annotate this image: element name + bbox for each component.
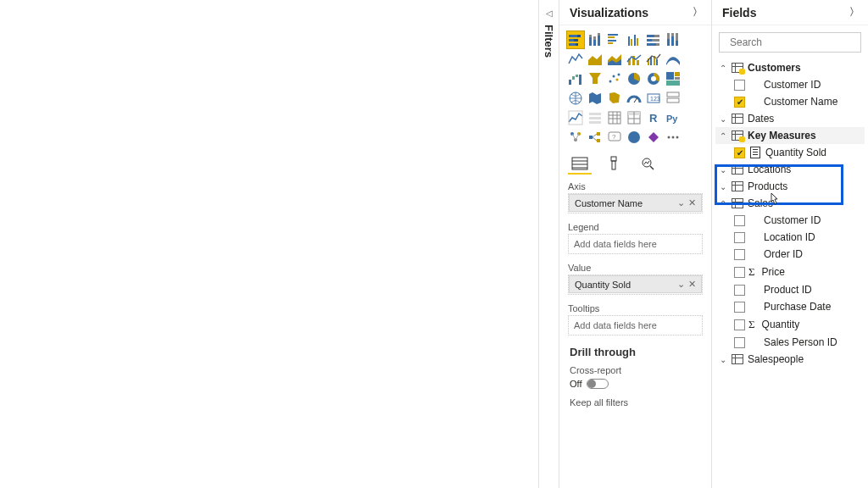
- axis-well[interactable]: Customer Name ⌄✕: [568, 193, 703, 214]
- collapse-viz-pane-icon[interactable]: 〉: [693, 5, 703, 19]
- gauge-chart-icon[interactable]: [625, 89, 643, 108]
- slicer-icon[interactable]: [586, 108, 604, 127]
- table-products[interactable]: ⌄ Products: [715, 178, 865, 195]
- line-chart-icon[interactable]: [566, 50, 585, 69]
- cross-report-toggle[interactable]: [587, 379, 609, 389]
- field-order-id[interactable]: Order ID: [715, 246, 865, 263]
- svg-marker-46: [589, 73, 601, 84]
- more-visuals-icon[interactable]: [664, 128, 682, 147]
- checkbox-checked[interactable]: ✔: [734, 97, 745, 108]
- powerapps-visual-icon[interactable]: [644, 128, 663, 147]
- checkbox[interactable]: [734, 249, 745, 260]
- stacked-area-chart-icon[interactable]: [605, 50, 624, 69]
- line-clustered-column-icon[interactable]: [644, 50, 663, 69]
- caret-down-icon[interactable]: ⌄: [719, 182, 727, 191]
- checkbox[interactable]: [734, 319, 745, 330]
- kpi-icon[interactable]: [566, 108, 585, 127]
- card-icon[interactable]: 123: [644, 89, 663, 108]
- analytics-tab-icon[interactable]: [636, 154, 659, 175]
- table-visual-icon[interactable]: [605, 108, 624, 127]
- stacked-column-chart-icon[interactable]: [586, 30, 604, 49]
- field-product-id[interactable]: Product ID: [715, 281, 865, 298]
- checkbox[interactable]: [734, 302, 745, 313]
- treemap-chart-icon[interactable]: [664, 69, 682, 88]
- field-location-id[interactable]: Location ID: [715, 229, 865, 246]
- checkbox-checked[interactable]: ✔: [734, 147, 745, 158]
- shape-map-icon[interactable]: [605, 89, 624, 108]
- pie-chart-icon[interactable]: [625, 69, 643, 88]
- area-chart-icon[interactable]: [586, 50, 604, 69]
- waterfall-chart-icon[interactable]: [566, 69, 585, 88]
- format-tab-icon[interactable]: [602, 154, 626, 175]
- stacked-bar-100-icon[interactable]: [644, 30, 663, 49]
- donut-chart-icon[interactable]: [644, 69, 663, 88]
- chevron-down-icon[interactable]: ⌄: [677, 279, 685, 290]
- value-well-item[interactable]: Quantity Sold ⌄✕: [569, 275, 702, 293]
- table-dates[interactable]: ⌄ Dates: [715, 110, 865, 127]
- svg-text:123: 123: [650, 96, 660, 102]
- table-locations[interactable]: ⌄ Locations: [715, 161, 865, 178]
- field-purchase-date[interactable]: Purchase Date: [715, 298, 865, 315]
- table-salespeople[interactable]: ⌄ Salespeople: [715, 351, 865, 368]
- remove-icon[interactable]: ✕: [688, 279, 696, 290]
- caret-up-icon[interactable]: ⌃: [719, 199, 727, 208]
- checkbox[interactable]: [734, 232, 745, 243]
- stacked-bar-chart-icon[interactable]: [566, 30, 585, 49]
- checkbox[interactable]: [734, 80, 745, 91]
- caret-down-icon[interactable]: ⌄: [719, 114, 727, 124]
- fields-search[interactable]: [719, 32, 861, 53]
- caret-up-icon[interactable]: ⌃: [719, 131, 727, 141]
- filled-map-icon[interactable]: [586, 89, 604, 108]
- table-sales[interactable]: ⌃ Sales: [715, 195, 865, 212]
- field-customer-name[interactable]: ✔ Customer Name: [715, 93, 865, 110]
- svg-rect-86: [597, 139, 600, 142]
- funnel-chart-icon[interactable]: [586, 69, 604, 88]
- chevron-down-icon[interactable]: ⌄: [677, 197, 685, 208]
- r-visual-icon[interactable]: R: [644, 108, 663, 127]
- clustered-bar-chart-icon[interactable]: [605, 30, 624, 49]
- table-key-measures[interactable]: ⌃ Key Measures: [715, 127, 865, 144]
- report-canvas[interactable]: [0, 0, 539, 488]
- field-sales-person-id[interactable]: Sales Person ID: [715, 334, 865, 351]
- multi-row-card-icon[interactable]: [664, 89, 682, 108]
- value-well[interactable]: Quantity Sold ⌄✕: [568, 274, 703, 295]
- caret-up-icon[interactable]: ⌃: [719, 64, 727, 73]
- field-quantity-sold[interactable]: ✔ Quantity Sold ⋯: [715, 144, 865, 161]
- expand-filters-icon[interactable]: ◁: [546, 8, 553, 18]
- map-icon[interactable]: [566, 89, 585, 108]
- field-quantity[interactable]: ΣQuantity: [715, 315, 865, 334]
- tooltips-well[interactable]: Add data fields here: [568, 315, 703, 336]
- svg-line-83: [576, 134, 579, 140]
- caret-down-icon[interactable]: ⌄: [719, 165, 727, 175]
- ribbon-chart-icon[interactable]: [664, 50, 682, 69]
- decomposition-tree-icon[interactable]: [586, 128, 604, 147]
- axis-well-item[interactable]: Customer Name ⌄✕: [569, 194, 702, 212]
- legend-well[interactable]: Add data fields here: [568, 234, 703, 254]
- field-sales-customer-id[interactable]: Customer ID: [715, 212, 865, 229]
- field-customer-id[interactable]: Customer ID: [715, 76, 865, 93]
- arcgis-map-icon[interactable]: [625, 128, 643, 147]
- python-visual-icon[interactable]: Py: [664, 108, 682, 127]
- line-stacked-column-icon[interactable]: [625, 50, 643, 69]
- svg-rect-3: [574, 39, 578, 42]
- key-influencers-icon[interactable]: [566, 128, 585, 147]
- matrix-visual-icon[interactable]: [625, 108, 643, 127]
- scatter-chart-icon[interactable]: [605, 69, 624, 88]
- checkbox[interactable]: [734, 285, 745, 296]
- clustered-column-chart-icon[interactable]: [625, 30, 643, 49]
- checkbox[interactable]: [734, 337, 745, 348]
- table-icon: [731, 62, 744, 74]
- checkbox[interactable]: [734, 267, 745, 278]
- stacked-column-100-icon[interactable]: [664, 30, 682, 49]
- remove-icon[interactable]: ✕: [688, 197, 696, 208]
- search-input[interactable]: [730, 36, 857, 48]
- caret-down-icon[interactable]: ⌄: [719, 355, 727, 364]
- filters-pane-collapsed[interactable]: ◁ Filters: [539, 0, 559, 488]
- svg-point-93: [672, 136, 675, 139]
- qa-visual-icon[interactable]: ?: [605, 128, 624, 147]
- field-price[interactable]: ΣPrice: [715, 263, 865, 281]
- collapse-fields-pane-icon[interactable]: 〉: [849, 5, 860, 19]
- checkbox[interactable]: [734, 215, 745, 226]
- table-customers[interactable]: ⌃ Customers: [715, 59, 865, 76]
- fields-tab-icon[interactable]: [568, 154, 592, 175]
